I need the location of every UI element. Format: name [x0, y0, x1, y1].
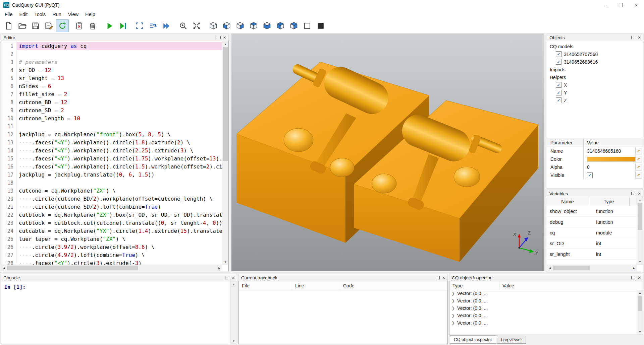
variable-row[interactable]: sr_ODint12	[547, 238, 637, 249]
console-vscrollbar[interactable]: ▲ ▼	[230, 281, 237, 344]
code-line[interactable]: ····.faces("<Y").workplane().circle(1.8)…	[17, 139, 222, 147]
save-button[interactable]	[29, 19, 42, 32]
code-line[interactable]: ····.faces("<Y").workplane().circle(1.75…	[17, 155, 222, 163]
close-button[interactable]: ×	[629, 0, 644, 10]
zoom-fit-button[interactable]	[177, 19, 190, 32]
tree-group-helpers[interactable]: Helpers	[547, 73, 643, 81]
view-back-button[interactable]	[234, 19, 247, 32]
scroll-down-icon[interactable]: ▼	[231, 338, 237, 344]
close-icon[interactable]: ×	[638, 35, 641, 40]
delete-button[interactable]	[86, 19, 99, 32]
code-line[interactable]	[17, 50, 222, 58]
editor-vscroll-thumb[interactable]	[223, 47, 228, 161]
code-line[interactable]: jackplug = jackplug.translate((0, 6, 1.5…	[17, 171, 222, 179]
view-right-button[interactable]	[287, 19, 300, 32]
float-icon[interactable]	[436, 276, 440, 279]
code-line[interactable]: sr_OD = 12	[17, 66, 222, 74]
minimize-button[interactable]: –	[598, 0, 613, 10]
code-line[interactable]: jackplug = cq.Workplane("front").box(5, …	[17, 131, 222, 139]
property-value[interactable]: 3140646685160	[584, 148, 635, 154]
visible-checkbox[interactable]	[587, 172, 593, 178]
variables-vscroll-thumb[interactable]	[638, 203, 642, 230]
inspector-vscroll-thumb[interactable]	[638, 296, 642, 311]
code-line[interactable]	[17, 123, 222, 131]
code-line[interactable]: ····.faces("<Y").workplane().circle(2.25…	[17, 147, 222, 155]
code-line[interactable]: ····.faces("<Y").circle(3).extrude(-3)	[17, 259, 222, 265]
float-icon[interactable]	[225, 276, 229, 279]
scroll-up-icon[interactable]: ▲	[222, 41, 228, 47]
close-icon[interactable]: ×	[638, 191, 641, 196]
reset-icon[interactable]	[635, 164, 642, 170]
float-icon[interactable]	[631, 36, 635, 39]
expand-icon[interactable]: ❯	[451, 298, 455, 303]
scroll-right-icon[interactable]: ▶	[216, 265, 222, 271]
view-top-button[interactable]	[247, 19, 260, 32]
code-line[interactable]: ····.faces("<Y").workplane().circle(1.5)…	[17, 163, 222, 171]
view-iso-button[interactable]	[207, 19, 220, 32]
editor-vscrollbar[interactable]: ▲ ▼	[222, 41, 228, 265]
scroll-left-icon[interactable]: ◀	[1, 265, 7, 271]
view-front-button[interactable]	[220, 19, 233, 32]
wireframe-button[interactable]	[301, 19, 314, 32]
checkbox-icon[interactable]	[556, 51, 561, 57]
inspector-row[interactable]: ❯Vector: (0.0, ...	[449, 290, 637, 297]
code-line[interactable]: cutcable = cq.Workplane("YX").circle(1.4…	[17, 227, 222, 235]
menu-view[interactable]: View	[65, 10, 82, 19]
scroll-down-icon[interactable]: ▼	[637, 329, 643, 335]
close-icon[interactable]: ×	[232, 275, 234, 280]
scroll-down-icon[interactable]: ▼	[637, 259, 643, 265]
view-bottom-button[interactable]	[261, 19, 273, 32]
float-icon[interactable]	[631, 276, 635, 279]
code-lines[interactable]: import cadquery as cq# parameterssr_OD =…	[17, 41, 222, 265]
checkbox-icon[interactable]	[556, 59, 561, 65]
code-line[interactable]: import cadquery as cq	[17, 42, 222, 50]
code-line[interactable]: fillet_size = 2	[17, 90, 222, 98]
code-line[interactable]: ····.circle(cutcone_BD/2).workplane(offs…	[17, 195, 222, 203]
property-value[interactable]: 0	[584, 164, 635, 170]
float-icon[interactable]	[217, 36, 221, 39]
code-line[interactable]: nSides = 6	[17, 82, 222, 90]
checkbox-icon[interactable]	[556, 97, 561, 103]
code-line[interactable]: luer_taper = cq.Workplane("ZX") \	[17, 235, 222, 243]
variable-row[interactable]: show_objectfunction<f	[547, 206, 637, 217]
scroll-left-icon[interactable]: ◀	[547, 265, 553, 271]
close-icon[interactable]: ×	[442, 275, 445, 280]
color-swatch[interactable]	[587, 157, 635, 161]
code-line[interactable]: cutcone_length = 10	[17, 115, 222, 123]
tree-group-cq-models[interactable]: CQ models	[547, 43, 643, 50]
frame-button[interactable]	[133, 19, 146, 32]
reset-icon[interactable]	[635, 156, 642, 162]
scroll-up-icon[interactable]: ▲	[637, 197, 643, 203]
open-button[interactable]	[16, 19, 29, 32]
expand-icon[interactable]: ❯	[451, 313, 455, 318]
3d-viewport[interactable]: X Z Y	[231, 33, 544, 271]
variables-hscrollbar[interactable]: ◀ ▶	[547, 265, 637, 271]
tree-group-imports[interactable]: Imports	[547, 66, 643, 73]
debug-button[interactable]	[116, 19, 129, 32]
inspector-row[interactable]: ❯Vector: (0.0, ...	[449, 304, 637, 312]
tree-item-helper-x[interactable]: X	[547, 81, 643, 89]
code-line[interactable]: # parameters	[17, 58, 222, 66]
close-icon[interactable]: ×	[638, 275, 641, 280]
checkbox-icon[interactable]	[556, 82, 561, 88]
inspector-row[interactable]: ❯Vector: (0.0, ...	[449, 297, 637, 304]
close-icon[interactable]: ×	[223, 35, 226, 40]
step-over-button[interactable]	[147, 19, 159, 32]
fit-all-button[interactable]	[190, 19, 203, 32]
code-line[interactable]	[17, 179, 222, 187]
code-line[interactable]: cutblock = cutblock.cut(cutcone).transla…	[17, 219, 222, 227]
code-line[interactable]: sr_lenght = 13	[17, 74, 222, 82]
code-line[interactable]: cutcone_BD = 12	[17, 98, 222, 107]
menu-tools[interactable]: Tools	[31, 10, 49, 19]
inspector-row[interactable]: ❯Vector: (0.0, ...	[449, 319, 637, 327]
inspector-vscrollbar[interactable]: ▲ ▼	[637, 290, 643, 335]
tree-item-helper-z[interactable]: Z	[547, 96, 643, 104]
tab-cq-object-inspector[interactable]: CQ object inspector	[450, 335, 496, 344]
tab-log-viewer[interactable]: Log viewer	[497, 336, 526, 344]
variable-row[interactable]: debugfunction<f	[547, 217, 637, 227]
tree-item-helper-y[interactable]: Y	[547, 89, 643, 96]
variable-row[interactable]: sr_lenghtint13	[547, 249, 637, 260]
code-line[interactable]: ····.circle(3.9/2).workplane(offset=8.6)…	[17, 243, 222, 251]
inspector-row[interactable]: ❯Vector: (0.0, ...	[449, 312, 637, 319]
reset-icon[interactable]	[635, 172, 642, 179]
